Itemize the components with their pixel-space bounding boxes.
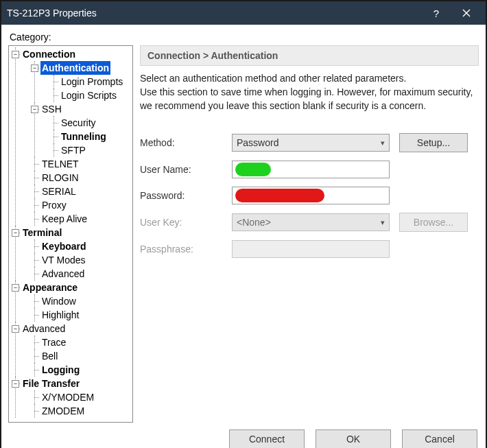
redacted-pill	[235, 189, 324, 202]
cancel-button[interactable]: Cancel	[402, 429, 477, 448]
tree-keep-alive[interactable]: Keep Alive	[40, 212, 88, 226]
tree-xymodem[interactable]: X/YMODEM	[40, 390, 95, 404]
titlebar: TS-212P3 Properties ?	[1, 1, 486, 25]
userkey-value: <None>	[237, 217, 271, 228]
window-title: TS-212P3 Properties	[7, 8, 421, 19]
tree-sftp[interactable]: SFTP	[60, 143, 87, 157]
tree-file-transfer[interactable]: File Transfer	[21, 377, 81, 390]
tree-toggle-icon[interactable]: −	[31, 106, 38, 113]
tree-proxy[interactable]: Proxy	[40, 198, 68, 212]
passphrase-label: Passphrase:	[140, 244, 222, 255]
tree-toggle-icon[interactable]: −	[12, 51, 19, 58]
breadcrumb: Connection > Authentication	[140, 45, 479, 66]
ok-button[interactable]: OK	[316, 429, 391, 448]
tree-toggle-icon[interactable]: −	[12, 325, 19, 333]
auth-form: Method: Password ▾ Setup... User Name: P…	[140, 133, 479, 258]
description: Select an authentication method and othe…	[140, 71, 479, 113]
method-dropdown[interactable]: Password ▾	[232, 134, 390, 152]
username-label: User Name:	[140, 164, 222, 175]
main-panel: Connection > Authentication Select an au…	[140, 45, 479, 423]
tree-appearance[interactable]: Appearance	[21, 281, 79, 294]
dialog-footer: Connect OK Cancel	[8, 423, 479, 448]
tree-ssh[interactable]: SSH	[40, 102, 63, 116]
chevron-down-icon: ▾	[381, 139, 385, 148]
tree-zmodem[interactable]: ZMODEM	[40, 404, 86, 418]
browse-button: Browse...	[399, 213, 468, 232]
tree-highlight[interactable]: Highlight	[40, 308, 80, 322]
tree-security[interactable]: Security	[60, 116, 97, 130]
userkey-dropdown: <None> ▾	[232, 213, 390, 231]
properties-dialog: TS-212P3 Properties ? Category: − Connec…	[0, 0, 487, 448]
dialog-body: Category: − Connection − Authentication …	[1, 25, 486, 448]
tree-tunneling[interactable]: Tunneling	[60, 130, 108, 143]
tree-rlogin[interactable]: RLOGIN	[40, 171, 80, 185]
tree-serial[interactable]: SERIAL	[40, 185, 78, 198]
category-label: Category:	[8, 29, 479, 45]
category-tree[interactable]: − Connection − Authentication Login Prom…	[8, 45, 133, 423]
tree-bell[interactable]: Bell	[40, 349, 59, 363]
tree-logging[interactable]: Logging	[40, 363, 81, 377]
close-icon	[462, 9, 471, 17]
tree-keyboard[interactable]: Keyboard	[40, 239, 88, 253]
close-button[interactable]	[451, 1, 482, 25]
tree-telnet[interactable]: TELNET	[40, 157, 80, 171]
username-field[interactable]	[232, 161, 390, 178]
tree-connection[interactable]: Connection	[21, 47, 77, 61]
tree-toggle-icon[interactable]: −	[12, 380, 19, 388]
method-label: Method:	[140, 137, 222, 148]
method-value: Password	[237, 137, 278, 148]
tree-window[interactable]: Window	[40, 294, 78, 308]
tree-trace[interactable]: Trace	[40, 335, 67, 349]
tree-authentication[interactable]: Authentication	[40, 61, 110, 75]
redacted-pill	[235, 163, 271, 176]
columns: − Connection − Authentication Login Prom…	[8, 45, 479, 423]
tree-advanced[interactable]: Advanced	[21, 322, 67, 335]
description-line: Use this section to save time when loggi…	[140, 85, 479, 113]
tree-vt-modes[interactable]: VT Modes	[40, 253, 87, 267]
help-icon: ?	[433, 8, 439, 19]
userkey-label: User Key:	[140, 217, 222, 228]
tree-login-prompts[interactable]: Login Prompts	[60, 75, 124, 89]
description-line: Select an authentication method and othe…	[140, 71, 479, 85]
tree-toggle-icon[interactable]: −	[12, 229, 19, 237]
connect-button[interactable]: Connect	[229, 429, 305, 448]
tree-toggle-icon[interactable]: −	[12, 284, 19, 292]
chevron-down-icon: ▾	[381, 218, 385, 227]
passphrase-field	[232, 240, 390, 258]
password-label: Password:	[140, 190, 222, 201]
tree-terminal[interactable]: Terminal	[21, 226, 63, 239]
tree-toggle-icon[interactable]: −	[31, 64, 38, 72]
password-field[interactable]	[232, 187, 390, 204]
setup-button[interactable]: Setup...	[399, 133, 468, 152]
tree-advanced-terminal[interactable]: Advanced	[40, 267, 86, 281]
tree-login-scripts[interactable]: Login Scripts	[60, 89, 118, 102]
help-button[interactable]: ?	[421, 1, 451, 25]
